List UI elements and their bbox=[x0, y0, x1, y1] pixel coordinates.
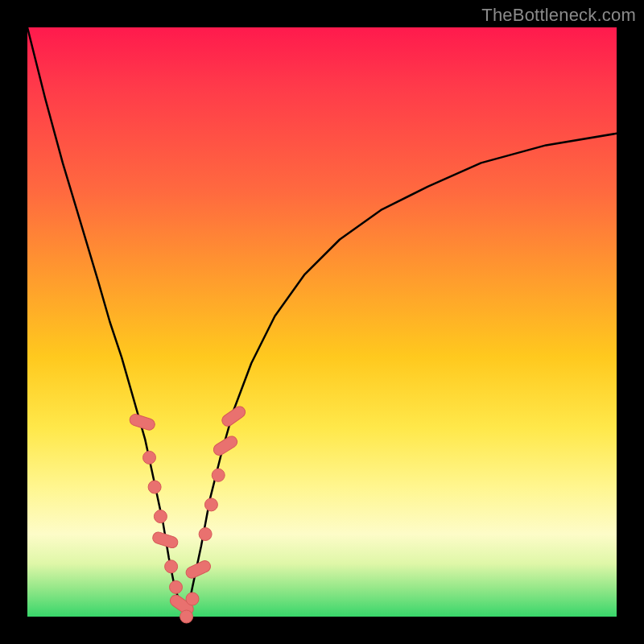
marker-left-2 bbox=[148, 481, 161, 493]
marker-left-3 bbox=[154, 510, 167, 523]
marker-right-11 bbox=[199, 528, 212, 541]
marker-right-9 bbox=[186, 592, 199, 605]
marker-left-6 bbox=[170, 580, 183, 593]
watermark-text: TheBottleneck.com bbox=[481, 5, 636, 26]
marker-right-13 bbox=[212, 469, 225, 481]
curve-left-branch bbox=[27, 27, 187, 617]
curve-right-branch bbox=[187, 134, 617, 617]
marker-left-5 bbox=[165, 560, 178, 573]
outer-frame: TheBottleneck.com bbox=[0, 0, 644, 644]
marker-left-1 bbox=[143, 451, 156, 464]
plot-area bbox=[27, 27, 617, 617]
marker-group bbox=[128, 404, 247, 623]
chart-svg bbox=[27, 27, 617, 617]
series-group bbox=[27, 27, 617, 617]
marker-min-8 bbox=[180, 610, 193, 623]
marker-right-12 bbox=[204, 498, 217, 511]
